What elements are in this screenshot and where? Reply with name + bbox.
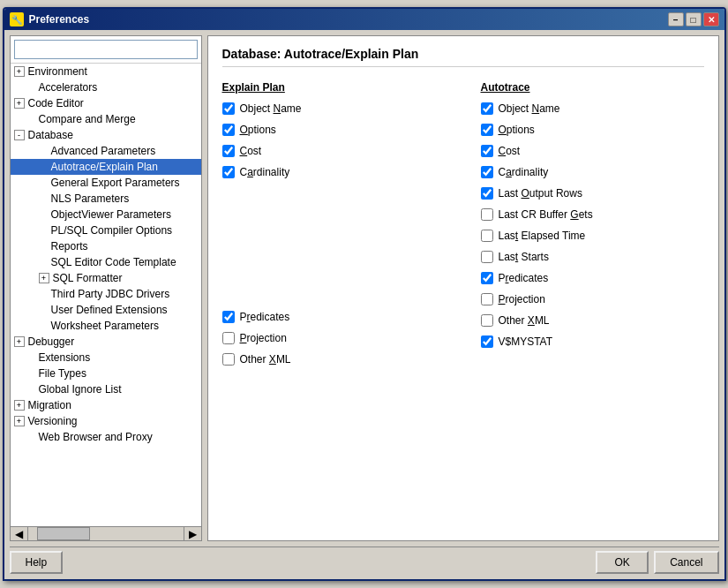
at-predicates-checkbox[interactable] [481,272,493,284]
tree-item-web-browser[interactable]: Web Browser and Proxy [11,429,201,445]
tree-item-general-export[interactable]: General Export Parameters [11,175,201,191]
tree-label-database: Database [28,129,73,141]
ep-options-checkbox[interactable] [222,124,235,136]
at-other-xml-checkbox[interactable] [481,314,493,327]
action-buttons: OK Cancel [596,551,718,574]
tree-item-versioning[interactable]: + Versioning [11,413,201,429]
ep-predicates-checkbox[interactable] [222,311,235,323]
close-button[interactable]: ✕ [703,12,719,26]
cancel-button[interactable]: Cancel [654,551,718,574]
ep-other-xml-row: Other XML [222,353,446,366]
tree-item-reports[interactable]: Reports [11,238,201,254]
tree-item-worksheet-params[interactable]: Worksheet Parameters [11,318,201,334]
tree-label-worksheet-params: Worksheet Parameters [51,320,160,332]
tree-item-plsql[interactable]: PL/SQL Compiler Options [11,222,201,238]
minimize-button[interactable]: – [668,12,684,26]
at-cardinality-checkbox[interactable] [481,166,493,178]
left-panel: + Environment Accelerators + Code Editor [10,35,202,541]
tree-item-debugger[interactable]: + Debugger [11,334,201,350]
at-predicates-label: Predicates [499,272,549,284]
tree-item-objectviewer[interactable]: ObjectViewer Parameters [11,207,201,222]
ok-button[interactable]: OK [596,551,649,574]
tree-item-environment[interactable]: + Environment [11,64,201,79]
at-last-cr-buffer-label: Last CR Buffer Gets [499,208,593,221]
at-other-xml-label: Other XML [499,314,550,327]
tree-item-global-ignore[interactable]: Global Ignore List [11,381,201,397]
autotrace-header: Autotrace [481,81,704,94]
app-icon: 🔧 [10,12,24,26]
ep-object-name-checkbox[interactable] [222,102,235,115]
at-last-starts-checkbox[interactable] [481,251,493,263]
tree-item-accelerators[interactable]: Accelerators [11,79,201,95]
tree-item-database[interactable]: - Database [11,127,201,143]
tree-label-global-ignore: Global Ignore List [39,383,122,396]
tree-label-objectviewer: ObjectViewer Parameters [51,208,172,221]
at-object-name-label: Object Name [499,102,560,115]
at-cost-row: Cost [481,145,704,157]
at-last-starts-label: Last Starts [499,251,549,263]
tree-item-file-types[interactable]: File Types [11,366,201,381]
titlebar-left: 🔧 Preferences [10,12,90,26]
ep-cardinality-checkbox[interactable] [222,166,235,178]
tree-item-sql-editor-template[interactable]: SQL Editor Code Template [11,254,201,270]
tree-label-file-types: File Types [39,367,86,380]
expand-icon-versioning[interactable]: + [14,416,25,426]
tree-label-environment: Environment [28,65,87,78]
at-options-checkbox[interactable] [481,124,493,136]
tree-item-compare-merge[interactable]: Compare and Merge [11,111,201,127]
tree-label-nls: NLS Parameters [51,192,130,205]
tree-item-autotrace[interactable]: Autotrace/Explain Plan [11,159,201,175]
scroll-track [28,527,184,540]
titlebar-controls: – □ ✕ [668,12,719,26]
tree-label-sql-editor-template: SQL Editor Code Template [51,256,176,268]
maximize-button[interactable]: □ [686,12,702,26]
at-cost-checkbox[interactable] [481,145,493,157]
ep-object-name-label: Object Name [240,102,302,115]
expand-icon-sql-formatter[interactable]: + [39,273,49,283]
tree-label-versioning: Versioning [28,415,78,427]
at-last-output-rows-checkbox[interactable] [481,187,493,200]
expand-icon-debugger[interactable]: + [14,336,25,347]
tree-item-extensions[interactable]: Extensions [11,350,201,366]
scroll-right-btn[interactable]: ▶ [184,527,201,540]
at-options-label: Options [499,124,535,136]
expand-icon-migration[interactable]: + [14,400,25,411]
tree-item-code-editor[interactable]: + Code Editor [11,95,201,111]
at-projection-checkbox[interactable] [481,293,493,305]
tree-item-user-defined-ext[interactable]: User Defined Extensions [11,302,201,318]
tree-label-extensions: Extensions [39,351,91,364]
tree-item-migration[interactable]: + Migration [11,397,201,413]
at-last-cr-buffer-checkbox[interactable] [481,208,493,221]
expand-icon-database[interactable]: - [14,130,25,140]
at-last-elapsed-checkbox[interactable] [481,230,493,242]
at-vmystat-checkbox[interactable] [481,335,493,348]
tree-item-advanced-parameters[interactable]: Advanced Parameters [11,143,201,159]
main-content: + Environment Accelerators + Code Editor [10,35,719,541]
left-scrollbar[interactable]: ◀ ▶ [11,526,201,540]
at-object-name-checkbox[interactable] [481,102,493,115]
help-button[interactable]: Help [10,551,64,574]
tree-item-nls[interactable]: NLS Parameters [11,191,201,207]
ep-projection-checkbox[interactable] [222,332,235,344]
at-vmystat-row: V$MYSTAT [481,335,704,348]
expand-icon-code-editor[interactable]: + [14,98,25,109]
tree-item-sql-formatter[interactable]: + SQL Formatter [11,270,201,286]
at-predicates-row: Predicates [481,272,704,284]
expand-icon-environment[interactable]: + [14,66,25,77]
at-projection-row: Projection [481,293,704,305]
ep-options-label: Options [240,124,276,136]
scroll-thumb[interactable] [37,527,90,540]
ep-cardinality-label: Cardinality [240,166,290,178]
tree-area: + Environment Accelerators + Code Editor [11,64,201,526]
ep-cost-checkbox[interactable] [222,145,235,157]
tree-label-autotrace: Autotrace/Explain Plan [51,161,158,173]
ep-object-name-row: Object Name [222,102,446,115]
tree-item-third-party-jdbc[interactable]: Third Party JDBC Drivers [11,286,201,302]
scroll-left-btn[interactable]: ◀ [11,527,28,540]
ep-projection-row: Projection [222,332,446,344]
at-projection-label: Projection [499,293,545,305]
search-input[interactable] [14,40,198,59]
at-object-name-row: Object Name [481,102,704,115]
panel-title: Database: Autotrace/Explain Plan [222,47,704,67]
ep-other-xml-checkbox[interactable] [222,353,235,366]
